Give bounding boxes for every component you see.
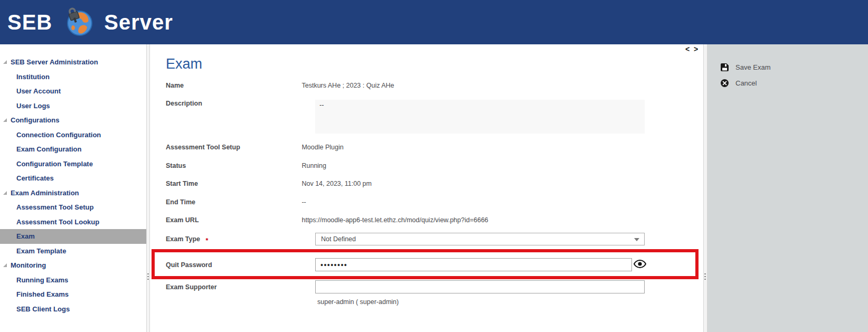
quit-password-input[interactable]: [315, 258, 632, 271]
sidebar-item-label: Exam Configuration: [16, 145, 82, 153]
exam-type-dropdown[interactable]: Not Defined: [315, 233, 645, 245]
expand-triangle-icon: [3, 118, 7, 122]
pane-pager: < >: [685, 45, 699, 53]
sidebar-item-connection-configuration[interactable]: Connection Configuration: [0, 128, 146, 143]
quit-password-label: Quit Password: [166, 261, 299, 269]
sidebar-item-label: User Logs: [16, 102, 50, 110]
name-value: Testkurs AHe ; 2023 : Quiz AHe: [301, 82, 394, 89]
cancel-button[interactable]: Cancel: [721, 79, 868, 88]
sidebar-item-label: SEB Server Administration: [11, 58, 98, 66]
sash-grip[interactable]: [704, 273, 706, 281]
brand-seb-text: SEB: [7, 11, 52, 34]
sidebar-item-user-logs[interactable]: User Logs: [0, 99, 146, 113]
sidebar-item-label: Connection Configuration: [16, 131, 101, 139]
exam-supporter-input[interactable]: [315, 280, 645, 293]
sidebar-item-label: Configurations: [11, 116, 59, 124]
sidebar-item-label: Certificates: [16, 174, 54, 182]
expand-right-icon[interactable]: >: [694, 45, 699, 53]
sidebar-item-label: Exam Administration: [11, 189, 79, 197]
form-row-exam-supporter: Exam Supporter super-admin ( super-admin…: [166, 283, 703, 293]
sidebar-item-exam[interactable]: Exam: [0, 229, 146, 244]
sidebar-item-label: Exam Template: [16, 247, 66, 255]
sidebar-item-label: User Account: [16, 87, 61, 95]
cancel-icon: [721, 79, 729, 87]
expand-triangle-icon: [3, 60, 7, 64]
sidebar-item-label: Institution: [16, 73, 50, 81]
form-row-exam-url: Exam URL https://moodle-app6-test.let.et…: [166, 216, 703, 226]
status-label: Status: [166, 162, 299, 169]
action-panel-resize-sash[interactable]: [703, 44, 707, 332]
expand-triangle-icon: [3, 191, 7, 195]
sidebar-item-seb-client-logs[interactable]: SEB Client Logs: [0, 302, 146, 317]
brand-server-text: Server: [104, 11, 173, 34]
exam-supporter-label: Exam Supporter: [166, 283, 299, 291]
sidebar-item-exam-template[interactable]: Exam Template: [0, 244, 146, 259]
sidebar-item-label: SEB Client Logs: [16, 305, 70, 313]
app-header: SEB Server: [0, 0, 868, 44]
sash-grip[interactable]: [147, 273, 149, 281]
form-row-name: Name Testkurs AHe ; 2023 : Quiz AHe: [166, 82, 703, 91]
exam-type-selected-value: Not Defined: [321, 235, 356, 243]
sidebar-section-configurations[interactable]: Configurations: [0, 113, 146, 128]
seb-globe-lock-logo-icon: [64, 7, 93, 37]
collapse-left-icon[interactable]: <: [685, 45, 691, 53]
exam-supporter-helper-text: super-admin ( super-admin): [317, 298, 399, 306]
assessment-tool-setup-label: Assessment Tool Setup: [166, 144, 299, 151]
form-row-status: Status Running: [166, 162, 703, 172]
name-label: Name: [166, 82, 299, 89]
form-row-assessment-tool-setup: Assessment Tool Setup Moodle Plugin: [166, 144, 703, 153]
page-title: Exam: [166, 56, 202, 72]
form-row-start-time: Start Time Nov 14, 2023, 11:00 pm: [166, 180, 703, 189]
sidebar-item-certificates[interactable]: Certificates: [0, 171, 146, 186]
cancel-label: Cancel: [735, 79, 757, 87]
sidebar-item-exam-configuration[interactable]: Exam Configuration: [0, 142, 146, 157]
sidebar-item-assessment-tool-setup[interactable]: Assessment Tool Setup: [0, 200, 146, 215]
description-value-box: --: [315, 100, 645, 134]
save-icon: [721, 63, 729, 71]
end-time-value: --: [301, 198, 306, 206]
description-label: Description: [166, 100, 299, 107]
show-password-eye-icon[interactable]: [634, 260, 646, 269]
form-row-quit-password: Quit Password: [166, 261, 703, 271]
assessment-tool-setup-value: Moodle Plugin: [301, 144, 343, 151]
sidebar-resize-sash[interactable]: [146, 44, 150, 332]
sidebar-item-label: Running Exams: [16, 276, 68, 284]
start-time-label: Start Time: [166, 180, 299, 187]
sidebar-item-label: Finished Exams: [16, 290, 69, 298]
action-panel: Save Exam Cancel: [707, 44, 868, 332]
sidebar-section-seb-server-administration[interactable]: SEB Server Administration: [0, 55, 146, 70]
required-marker: *: [206, 237, 209, 244]
sidebar-item-running-exams[interactable]: Running Exams: [0, 273, 146, 288]
sidebar-item-user-account[interactable]: User Account: [0, 84, 146, 99]
navigation-sidebar: SEB Server Administration Institution Us…: [0, 44, 146, 332]
sidebar-item-label: Configuration Template: [16, 160, 93, 168]
sidebar-item-institution[interactable]: Institution: [0, 70, 146, 84]
sidebar-section-monitoring[interactable]: Monitoring: [0, 258, 146, 273]
sidebar-item-label: Exam: [16, 232, 35, 240]
start-time-value: Nov 14, 2023, 11:00 pm: [301, 180, 372, 187]
exam-detail-pane: < > Exam Name Testkurs AHe ; 2023 : Quiz…: [150, 44, 703, 332]
save-exam-label: Save Exam: [735, 63, 770, 71]
sidebar-item-label: Assessment Tool Lookup: [16, 218, 99, 226]
end-time-label: End Time: [166, 198, 299, 206]
sidebar-item-assessment-tool-lookup[interactable]: Assessment Tool Lookup: [0, 215, 146, 230]
status-value: Running: [301, 162, 326, 169]
dropdown-arrow-icon: [634, 238, 639, 241]
form-row-description: Description --: [166, 100, 703, 109]
sidebar-item-label: Assessment Tool Setup: [16, 203, 93, 211]
expand-triangle-icon: [3, 263, 7, 267]
sidebar-item-configuration-template[interactable]: Configuration Template: [0, 157, 146, 172]
form-row-exam-type: Exam Type * Not Defined: [166, 235, 703, 245]
sidebar-section-exam-administration[interactable]: Exam Administration: [0, 186, 146, 201]
exam-url-value: https://moodle-app6-test.let.ethz.ch/mod…: [301, 216, 488, 224]
sidebar-item-finished-exams[interactable]: Finished Exams: [0, 287, 146, 302]
form-row-end-time: End Time --: [166, 198, 703, 208]
exam-type-label: Exam Type: [166, 235, 200, 243]
exam-url-label: Exam URL: [166, 216, 299, 224]
save-exam-button[interactable]: Save Exam: [721, 63, 868, 72]
sidebar-item-label: Monitoring: [11, 261, 46, 269]
